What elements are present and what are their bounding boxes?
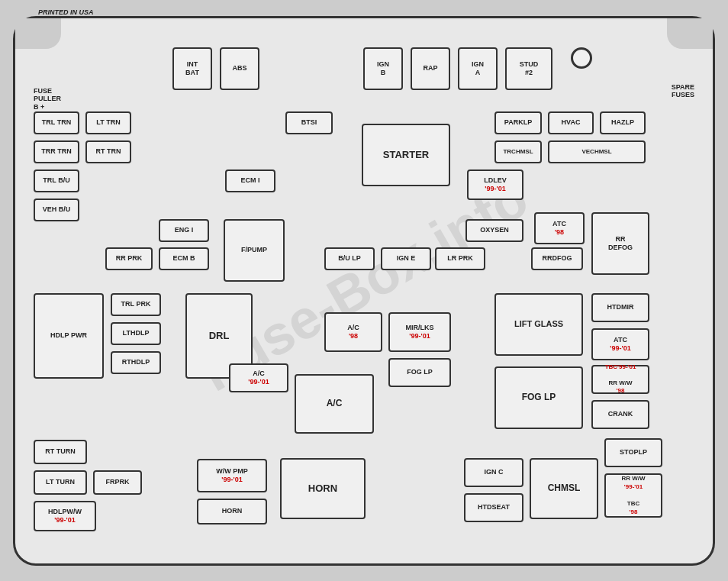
fuse-FOG-LP-2: FOG LP [494, 366, 583, 429]
fuse-ABS: ABS [220, 47, 259, 90]
fuse-box-diagram: Fuse-Box.info FUSEPULLERB + SPAREFUSES P… [13, 16, 715, 566]
fuse-HAZLP: HAZLP [600, 111, 646, 134]
fuse-INT-BAT: INTBAT [172, 47, 212, 90]
fuse-ATC-9901: ATC'99-'01 [591, 328, 649, 360]
fuse-F-PUMP: F/PUMP [224, 219, 285, 282]
fuse-LT-TRN: LT TRN [85, 111, 131, 134]
fuse-HORN-main: HORN [280, 458, 366, 519]
fuse-AC-98: A/C'98 [324, 312, 382, 352]
fuse-AC-9901: A/C'99-'01 [229, 363, 288, 392]
fuse-OXYSEN: OXYSEN [465, 219, 523, 242]
fuse-LR-PRK: LR PRK [435, 247, 485, 270]
fuse-RAP: RAP [411, 47, 450, 90]
fuse-ECM-B: ECM B [159, 247, 209, 270]
fuse-TRCHMSL: TRCHMSL [494, 140, 542, 163]
fuse-FRPRK: FRPRK [93, 470, 142, 495]
fuse-RRWW-9901: RR W/W'99-'01TBC '98 [604, 473, 662, 518]
fuse-BTSI: BTSI [285, 111, 333, 134]
fuse-CHMSL: CHMSL [530, 458, 598, 519]
fuse-VEH-BU: VEH B/U [34, 199, 79, 221]
fuse-HVAC: HVAC [548, 111, 594, 134]
fuse-TRL-TRN: TRL TRN [34, 111, 79, 134]
fuse-puller-label: FUSEPULLERB + [34, 87, 61, 111]
fuse-IGN-B: IGNB [363, 47, 403, 90]
fuse-RT-TRN: RT TRN [85, 140, 131, 163]
fuse-CRANK: CRANK [591, 400, 649, 429]
fuse-HDLPWW: HDLPW/W'99-'01 [34, 501, 96, 531]
fuse-HTDSEAT: HTDSEAT [464, 493, 523, 522]
fuse-TRR-TRN: TRR TRN [34, 140, 79, 163]
fuse-HORN-small: HORN [197, 499, 267, 525]
fuse-RRDFOG: RRDFOG [531, 247, 583, 270]
fuse-STOPLP: STOPLP [604, 438, 662, 467]
fuse-ECM-I: ECM I [225, 169, 275, 192]
fuse-TRL-PRK: TRL PRK [111, 293, 161, 316]
fuse-STARTER: STARTER [362, 124, 450, 186]
notch-top-left [15, 18, 61, 49]
fuse-ATC-98: ATC'98 [534, 212, 585, 244]
fuse-IGN-E: IGN E [381, 247, 431, 270]
fuse-IGN-A: IGNA [458, 47, 498, 90]
fuse-BU-LP: B/U LP [324, 247, 375, 270]
fuse-RT-TURN: RT TURN [34, 440, 87, 464]
fuse-RR-DEFOG: RRDEFOG [591, 212, 649, 275]
fuse-RTHDLP: RTHDLP [111, 351, 161, 374]
fuse-RR-PRK: RR PRK [105, 247, 153, 270]
fuse-MIR-LKS: MIR/LKS'99-'01 [388, 312, 451, 352]
fuse-LDLEV: LDLEV'99-'01 [467, 169, 523, 200]
fuse-STUD2: STUD#2 [505, 47, 552, 90]
fuse-LIFT-GLASS: LIFT GLASS [494, 293, 583, 356]
fuse-VECHMSL: VECHMSL [548, 140, 646, 163]
fuse-LT-TURN: LT TURN [34, 470, 87, 495]
notch-top-right [667, 18, 713, 49]
fuse-WW-PMP: W/W PMP'99-'01 [197, 459, 267, 492]
fuse-IGN-C: IGN C [464, 458, 523, 487]
fuse-PARKLP: PARKLP [494, 111, 542, 134]
fuse-HTDMIR: HTDMIR [591, 293, 649, 322]
fuse-FOG-LP-1: FOG LP [388, 358, 451, 387]
fuse-HDLP-PWR: HDLP PWR [34, 293, 104, 379]
fuse-ENG-I: ENG I [159, 219, 209, 242]
fuse-AC-main: A/C [295, 374, 374, 434]
spare-fuses-label: SPAREFUSES [672, 83, 694, 100]
bolt-circle [571, 47, 592, 69]
fuse-TRL-BU: TRL B/U [34, 169, 79, 192]
fuse-TBC-9901: TBC'99-'01RR W/W'98 [591, 365, 649, 394]
fuse-LTHDLP: LTHDLP [111, 322, 161, 345]
printed-usa: PRINTED IN USA [38, 8, 94, 17]
